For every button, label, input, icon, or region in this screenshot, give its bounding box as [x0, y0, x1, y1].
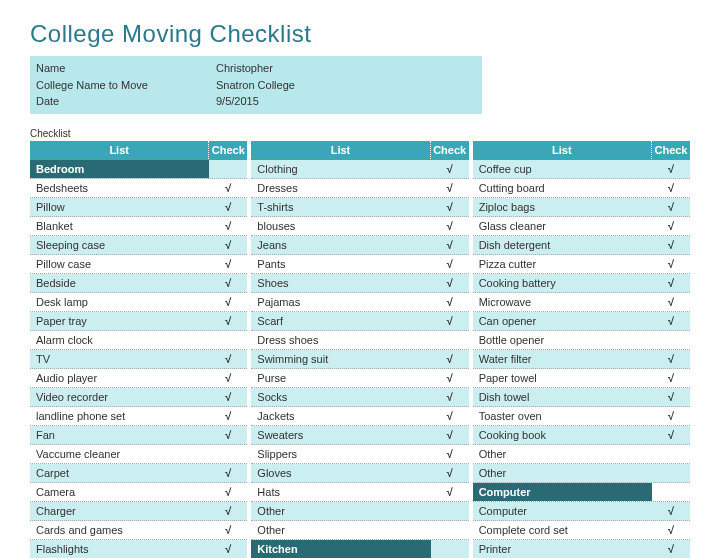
item-label: Other [251, 502, 430, 520]
item-label: Cooking battery [473, 274, 652, 292]
check-cell[interactable]: √ [652, 407, 690, 425]
check-cell[interactable]: √ [652, 312, 690, 330]
check-cell[interactable]: √ [431, 179, 469, 197]
check-cell[interactable]: √ [209, 540, 247, 558]
list-row: Bedroom [30, 160, 247, 179]
check-cell[interactable]: √ [431, 255, 469, 273]
check-cell[interactable] [431, 521, 469, 539]
list-row: Complete cord set√ [473, 521, 690, 540]
check-cell[interactable]: √ [209, 198, 247, 216]
check-cell[interactable] [652, 331, 690, 349]
check-cell[interactable]: √ [209, 255, 247, 273]
check-cell[interactable]: √ [652, 217, 690, 235]
check-cell[interactable] [209, 331, 247, 349]
list-row: Desk lamp√ [30, 293, 247, 312]
check-cell[interactable]: √ [652, 198, 690, 216]
check-cell[interactable]: √ [652, 388, 690, 406]
check-cell[interactable]: √ [652, 502, 690, 520]
list-row: landline phone set√ [30, 407, 247, 426]
item-label: Paper tray [30, 312, 209, 330]
column-header: List Check [30, 141, 247, 160]
list-row: Pajamas√ [251, 293, 468, 312]
check-cell[interactable]: √ [431, 426, 469, 444]
check-cell[interactable]: √ [431, 217, 469, 235]
check-cell[interactable]: √ [431, 198, 469, 216]
check-cell[interactable]: √ [209, 274, 247, 292]
item-label: Camera [30, 483, 209, 501]
list-row: Water filter√ [473, 350, 690, 369]
check-cell[interactable]: √ [652, 369, 690, 387]
list-row: Cooking book√ [473, 426, 690, 445]
check-cell[interactable]: √ [209, 217, 247, 235]
check-cell[interactable] [652, 483, 690, 501]
check-cell[interactable]: √ [431, 274, 469, 292]
check-cell[interactable]: √ [209, 502, 247, 520]
check-cell[interactable]: √ [431, 350, 469, 368]
check-cell[interactable]: √ [209, 388, 247, 406]
check-cell[interactable]: √ [652, 255, 690, 273]
check-cell[interactable]: √ [209, 426, 247, 444]
item-label: Gloves [251, 464, 430, 482]
check-cell[interactable] [431, 502, 469, 520]
check-cell[interactable]: √ [209, 464, 247, 482]
check-cell[interactable]: √ [431, 160, 469, 178]
check-cell[interactable]: √ [209, 312, 247, 330]
header-list: List [473, 141, 651, 159]
check-cell[interactable]: √ [652, 293, 690, 311]
check-cell[interactable]: √ [209, 407, 247, 425]
check-cell[interactable]: √ [652, 179, 690, 197]
list-row: Bottle opener [473, 331, 690, 350]
item-label: Flashlights [30, 540, 209, 558]
check-cell[interactable]: √ [431, 407, 469, 425]
check-cell[interactable]: √ [209, 350, 247, 368]
list-row: Microwave√ [473, 293, 690, 312]
header-check: Check [430, 141, 469, 159]
check-cell[interactable]: √ [431, 236, 469, 254]
check-cell[interactable] [431, 540, 469, 558]
check-cell[interactable]: √ [431, 388, 469, 406]
check-cell[interactable]: √ [652, 540, 690, 558]
check-cell[interactable] [431, 331, 469, 349]
list-row: Cutting board√ [473, 179, 690, 198]
list-row: Jackets√ [251, 407, 468, 426]
item-label: Pizza cutter [473, 255, 652, 273]
check-cell[interactable]: √ [652, 160, 690, 178]
item-label: Vaccume cleaner [30, 445, 209, 463]
check-cell[interactable] [652, 464, 690, 482]
check-cell[interactable]: √ [652, 274, 690, 292]
check-cell[interactable] [652, 445, 690, 463]
list-row: Camera√ [30, 483, 247, 502]
check-cell[interactable]: √ [209, 483, 247, 501]
item-label: Swimming suit [251, 350, 430, 368]
list-row: Jeans√ [251, 236, 468, 255]
check-cell[interactable]: √ [431, 464, 469, 482]
item-label: Charger [30, 502, 209, 520]
list-row: Paper tray√ [30, 312, 247, 331]
check-cell[interactable]: √ [209, 293, 247, 311]
list-row: Printer√ [473, 540, 690, 559]
check-cell[interactable]: √ [431, 369, 469, 387]
check-cell[interactable]: √ [652, 236, 690, 254]
info-date-value: 9/5/2015 [216, 93, 259, 110]
item-label: Printer [473, 540, 652, 558]
check-cell[interactable] [209, 160, 247, 178]
list-row: Fan√ [30, 426, 247, 445]
list-row: Shoes√ [251, 274, 468, 293]
check-cell[interactable]: √ [431, 483, 469, 501]
item-label: Other [473, 445, 652, 463]
check-cell[interactable]: √ [652, 426, 690, 444]
list-row: Cooking battery√ [473, 274, 690, 293]
check-cell[interactable]: √ [652, 521, 690, 539]
list-row: Glass cleaner√ [473, 217, 690, 236]
list-row: Carpet√ [30, 464, 247, 483]
check-cell[interactable] [209, 445, 247, 463]
check-cell[interactable]: √ [431, 312, 469, 330]
check-cell[interactable]: √ [209, 179, 247, 197]
check-cell[interactable]: √ [652, 350, 690, 368]
check-cell[interactable]: √ [209, 369, 247, 387]
check-cell[interactable]: √ [209, 521, 247, 539]
check-cell[interactable]: √ [431, 293, 469, 311]
check-cell[interactable]: √ [209, 236, 247, 254]
list-row: Paper towel√ [473, 369, 690, 388]
check-cell[interactable]: √ [431, 445, 469, 463]
